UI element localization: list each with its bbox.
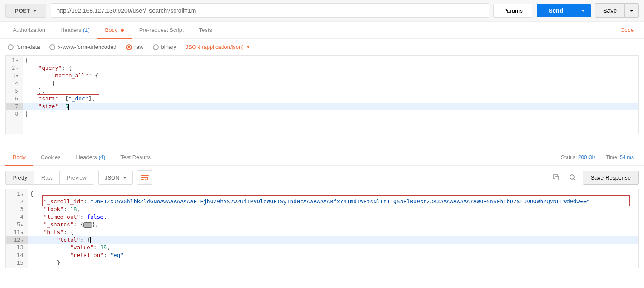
svg-rect-1	[555, 176, 559, 180]
send-button[interactable]: Send	[537, 4, 575, 17]
time-value: 54 ms	[620, 154, 634, 160]
chevron-down-icon	[246, 46, 250, 48]
fold-badge-icon[interactable]: ⋯	[83, 222, 92, 228]
params-button[interactable]: Params	[493, 4, 532, 18]
request-bar: POST Params Send Save	[0, 0, 644, 22]
send-group: Send	[537, 4, 591, 17]
cursor-icon	[68, 104, 69, 110]
response-meta: Status: 200 OK Time: 54 ms	[561, 154, 639, 160]
code-line: "timed_out": false,	[28, 213, 638, 221]
chevron-down-icon	[123, 177, 126, 179]
code-line: "sort": ["_doc"],	[23, 95, 638, 103]
radio-icon	[153, 44, 159, 50]
code-line: "relation": "eq"	[28, 251, 638, 259]
view-mode-group: Pretty Raw Preview	[5, 171, 94, 185]
tab-body[interactable]: Body	[97, 22, 132, 38]
wrap-lines-button[interactable]	[137, 170, 152, 185]
http-method-select[interactable]: POST	[5, 4, 46, 18]
response-tabs: Body Cookies Headers (4) Test Results St…	[0, 149, 644, 166]
response-body-editor[interactable]: 1▼ 2 3 4 5▶ 11▼ 12▼ 13 14 15 { "_scroll_…	[5, 189, 639, 268]
code-area[interactable]: { "query": { "match_all": { } }, "sort":…	[23, 56, 638, 134]
resp-tab-cookies[interactable]: Cookies	[33, 149, 69, 165]
request-body-editor[interactable]: 1▼ 2▼ 3▼ 4 5 6 7 8 { "query": { "match_a…	[5, 55, 639, 134]
code-line: "value": 19,	[28, 244, 638, 251]
gutter: 1▼ 2▼ 3▼ 4 5 6 7 8	[6, 56, 23, 134]
code-line: "_shards": {⋯},	[28, 221, 638, 228]
body-options: form-data x-www-form-urlencoded raw bina…	[0, 39, 644, 55]
view-raw[interactable]: Raw	[34, 171, 60, 184]
radio-form-data[interactable]: form-data	[8, 44, 40, 50]
view-pretty[interactable]: Pretty	[6, 171, 34, 184]
code-line: "size": 5	[23, 103, 638, 110]
radio-icon	[49, 44, 55, 50]
tab-headers-label: Headers	[60, 27, 81, 33]
code-line: {	[23, 57, 638, 64]
send-dropdown[interactable]	[575, 4, 591, 17]
copy-button[interactable]	[550, 171, 562, 183]
code-line: }	[23, 80, 638, 87]
search-button[interactable]	[567, 171, 578, 183]
view-preview[interactable]: Preview	[60, 171, 93, 184]
headers-count: (1)	[83, 27, 90, 33]
radio-urlencoded[interactable]: x-www-form-urlencoded	[49, 44, 117, 50]
code-line: "match_all": {	[23, 72, 638, 80]
code-area[interactable]: { "_scroll_id": "DnF1ZXJ5VGhlbkZldGNoAwA…	[28, 189, 638, 268]
code-link[interactable]: Code	[621, 27, 639, 33]
tab-tests[interactable]: Tests	[192, 22, 220, 38]
code-line: {	[28, 190, 638, 198]
code-line: }	[23, 110, 638, 118]
response-toolbar: Pretty Raw Preview JSON Save Response	[0, 166, 644, 189]
code-line: "_scroll_id": "DnF1ZXJ5VGhlbkZldGNoAwAAA…	[28, 198, 638, 205]
content-type-select[interactable]: JSON (application/json)	[186, 44, 250, 50]
divider	[0, 143, 644, 149]
request-tabs: Authorization Headers (1) Body Pre-reque…	[0, 22, 644, 39]
save-dropdown[interactable]	[625, 3, 639, 18]
svg-point-2	[570, 175, 574, 179]
search-icon	[569, 174, 576, 181]
resp-headers-count: (4)	[98, 154, 105, 160]
radio-icon	[126, 44, 132, 50]
method-label: POST	[15, 8, 30, 14]
status-value: 200 OK	[578, 154, 596, 160]
chevron-down-icon	[581, 10, 585, 12]
tab-body-label: Body	[105, 27, 118, 33]
resp-tab-headers-label: Headers	[76, 154, 97, 160]
save-group: Save	[595, 3, 639, 18]
tab-authorization[interactable]: Authorization	[5, 22, 53, 38]
code-line: "total": {	[28, 236, 638, 244]
chevron-down-icon	[33, 10, 37, 12]
gutter: 1▼ 2 3 4 5▶ 11▼ 12▼ 13 14 15	[6, 189, 28, 268]
svg-line-3	[574, 179, 575, 180]
radio-binary[interactable]: binary	[153, 44, 176, 50]
code-line: "query": {	[23, 64, 638, 72]
resp-tab-body[interactable]: Body	[5, 149, 33, 165]
wrap-icon	[141, 174, 149, 180]
code-line: }	[28, 259, 638, 267]
code-line: "hits": {	[28, 228, 638, 236]
modified-dot-icon	[121, 29, 124, 32]
chevron-down-icon	[630, 10, 633, 12]
code-line: "took": 18,	[28, 205, 638, 213]
radio-icon	[8, 44, 14, 50]
resp-tab-headers[interactable]: Headers (4)	[69, 149, 113, 165]
url-input[interactable]	[51, 3, 489, 18]
response-format-select[interactable]: JSON	[98, 171, 133, 185]
radio-raw[interactable]: raw	[126, 44, 143, 50]
copy-icon	[553, 174, 560, 181]
code-line: },	[23, 87, 638, 95]
right-tools: Save Response	[550, 171, 639, 185]
save-response-button[interactable]: Save Response	[583, 171, 639, 185]
cursor-icon	[90, 237, 91, 243]
resp-tab-test-results[interactable]: Test Results	[113, 149, 158, 165]
tab-pre-request[interactable]: Pre-request Script	[132, 22, 192, 38]
save-button[interactable]: Save	[595, 3, 625, 18]
tab-headers[interactable]: Headers (1)	[53, 22, 97, 38]
